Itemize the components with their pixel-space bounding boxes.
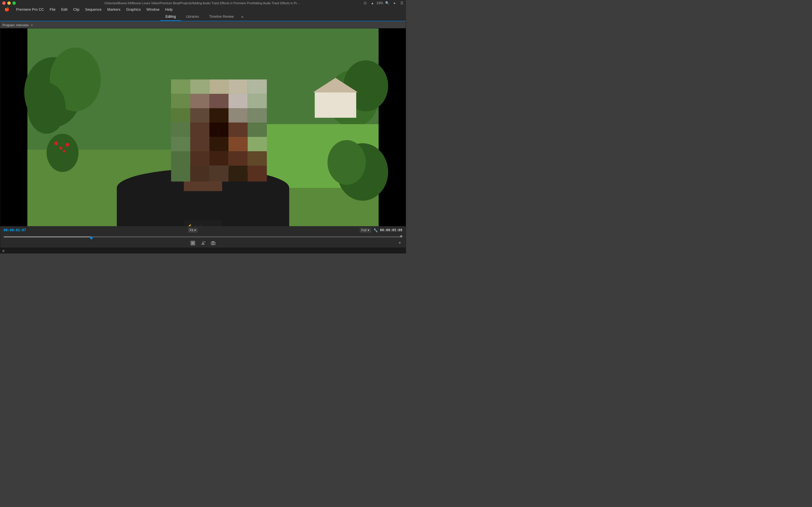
panel-menu-icon[interactable]: ≡ (31, 23, 33, 27)
svg-rect-35 (209, 122, 229, 137)
svg-rect-25 (209, 94, 229, 108)
svg-point-3 (28, 82, 66, 133)
svg-point-13 (65, 143, 69, 147)
svg-rect-58 (192, 242, 194, 244)
camera-button[interactable] (210, 240, 216, 246)
menu-edit[interactable]: Edit (59, 7, 70, 12)
menu-markers[interactable]: Markers (105, 7, 123, 12)
svg-rect-45 (209, 151, 229, 166)
menu-help[interactable]: Help (163, 7, 175, 12)
svg-rect-42 (248, 137, 267, 151)
quality-selector[interactable]: Full ▾ (360, 228, 371, 233)
svg-point-10 (47, 134, 79, 172)
tab-timeline-review[interactable]: Timeline Review (204, 13, 239, 21)
traffic-lights (2, 1, 16, 5)
svg-rect-18 (171, 79, 190, 94)
svg-rect-23 (171, 94, 190, 108)
menu-icon[interactable]: ☰ (400, 1, 404, 5)
scrubber-handle-right[interactable] (400, 235, 402, 237)
menu-graphics[interactable]: Graphics (124, 7, 143, 12)
svg-rect-33 (171, 122, 190, 137)
workspace-more[interactable]: » (239, 13, 246, 20)
video-scene: ⚡ ✦ ✦ (0, 29, 406, 226)
svg-rect-36 (229, 122, 248, 137)
minimize-button[interactable] (7, 1, 11, 5)
timecode-duration: 00:00:05:08 (380, 228, 402, 232)
playback-controls: 00:00:01:07 Fit ▾ Full ▾ 🔧 00:00:05:08 (0, 226, 406, 247)
svg-rect-43 (171, 151, 190, 166)
svg-rect-24 (190, 94, 209, 108)
main-area: Program: Interview ≡ (0, 21, 406, 248)
menubar: 🍎 Premiere Pro CC File Edit Clip Sequenc… (0, 6, 406, 12)
svg-point-12 (59, 147, 62, 150)
svg-rect-48 (171, 166, 190, 182)
status-indicator (2, 250, 4, 252)
svg-text:⚡ ✦ ✦: ⚡ ✦ ✦ (187, 224, 202, 226)
menu-file[interactable]: File (47, 7, 58, 12)
timecode-bar: 00:00:01:07 Fit ▾ Full ▾ 🔧 00:00:05:08 (0, 226, 406, 234)
fit-label: Fit (190, 228, 193, 232)
scrubber-area[interactable] (0, 234, 406, 238)
titlebar-right: ⊡ ▲ 19% 🔍 ● ☰ (363, 1, 404, 5)
quality-label: Full (361, 228, 366, 232)
workspace-bar: Editing Libraries Timeline Review » (0, 12, 406, 21)
svg-rect-28 (171, 108, 190, 122)
svg-rect-31 (229, 108, 248, 122)
quality-chevron-icon: ▾ (368, 228, 369, 232)
timecode-current: 00:00:01:07 (4, 228, 26, 232)
program-monitor: Program: Interview ≡ (0, 21, 406, 248)
svg-rect-21 (229, 79, 248, 94)
svg-rect-41 (229, 137, 248, 151)
svg-rect-19 (190, 79, 209, 94)
svg-rect-46 (229, 151, 248, 166)
tab-libraries[interactable]: Libraries (181, 13, 204, 21)
export-frame-button[interactable] (200, 240, 206, 246)
svg-rect-32 (248, 108, 267, 122)
panel-title: Program: Interview (3, 23, 29, 27)
svg-rect-20 (209, 79, 229, 94)
svg-rect-26 (229, 94, 248, 108)
fit-chevron-icon: ▾ (194, 228, 196, 232)
add-button[interactable]: + (397, 240, 402, 245)
svg-rect-37 (248, 122, 267, 137)
svg-point-11 (54, 142, 58, 145)
fit-selector[interactable]: Fit ▾ (188, 228, 198, 233)
button-row: + (0, 238, 406, 247)
settings-icon[interactable]: 🔧 (373, 228, 378, 232)
svg-rect-30 (209, 108, 229, 122)
tab-editing[interactable]: Editing (160, 13, 181, 21)
svg-rect-38 (171, 137, 190, 151)
scrubber-track[interactable] (4, 236, 402, 237)
svg-rect-44 (190, 151, 209, 166)
wifi-icon: ▲ (370, 1, 374, 5)
maximize-button[interactable] (12, 1, 16, 5)
menu-clip[interactable]: Clip (71, 7, 82, 12)
svg-rect-34 (190, 122, 209, 137)
svg-rect-51 (229, 166, 248, 182)
svg-rect-52 (248, 166, 267, 182)
svg-rect-22 (248, 79, 267, 94)
apple-menu[interactable]: 🍎 (2, 6, 11, 12)
video-preview: ⚡ ✦ ✦ (0, 29, 406, 226)
svg-rect-49 (190, 166, 209, 182)
menu-window[interactable]: Window (144, 7, 161, 12)
svg-rect-40 (209, 137, 229, 151)
menu-app[interactable]: Premiere Pro CC (14, 7, 46, 12)
svg-rect-27 (248, 94, 267, 108)
svg-rect-47 (248, 151, 267, 166)
svg-rect-39 (190, 137, 209, 151)
menu-sequence[interactable]: Sequence (83, 7, 104, 12)
svg-rect-29 (190, 108, 209, 122)
svg-rect-8 (315, 92, 356, 118)
close-button[interactable] (2, 1, 6, 5)
mark-in-button[interactable] (190, 240, 196, 246)
svg-rect-50 (209, 166, 229, 182)
svg-point-60 (212, 242, 214, 244)
svg-point-54 (327, 140, 366, 185)
user-icon[interactable]: ● (393, 1, 396, 5)
airplay-icon: ⊡ (363, 1, 367, 5)
search-icon[interactable]: 🔍 (385, 1, 389, 5)
status-bar (0, 248, 406, 253)
window-title: /Volumes/Boone 04/Boone Loves Video/Prem… (104, 1, 302, 5)
scrubber-progress (4, 236, 91, 237)
